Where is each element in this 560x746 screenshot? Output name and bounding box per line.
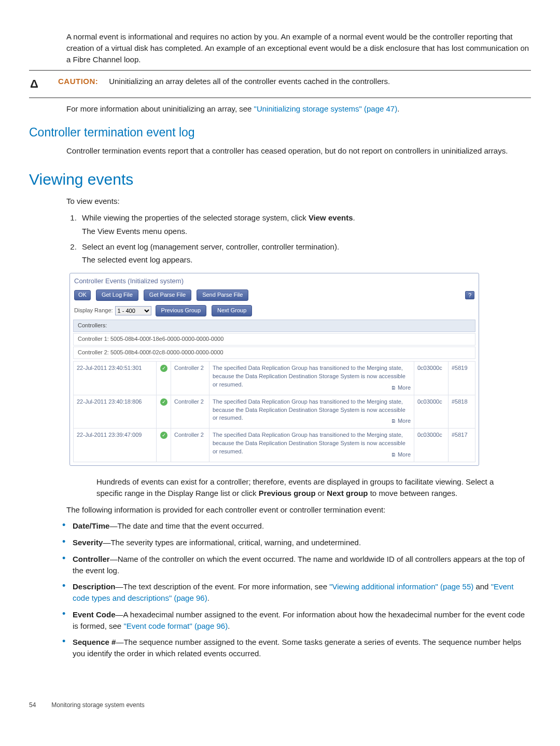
- viewing-events-heading: Viewing events: [29, 168, 531, 191]
- range-bar: Display Range: 1 - 400 Previous Group Ne…: [70, 304, 479, 320]
- event-controller: Controller 2: [171, 361, 209, 395]
- range-label: Display Range:: [74, 307, 113, 315]
- controllers-header: Controllers:: [73, 320, 475, 332]
- event-sequence: #5819: [449, 361, 475, 395]
- page-number: 54: [29, 701, 50, 710]
- field-name: Description: [73, 582, 116, 591]
- get-log-button[interactable]: Get Log File: [96, 289, 138, 301]
- next-group-button[interactable]: Next Group: [212, 305, 252, 316]
- table-row: 22-Jul-2011 23:40:51:301 ✓ Controller 2 …: [74, 361, 475, 395]
- field-name: Event Code: [73, 610, 116, 619]
- after-caution: For more information about uninitializin…: [66, 103, 531, 115]
- shot-title: Controller Events (Initialized system): [70, 273, 479, 288]
- next-group-bold: Next group: [327, 489, 368, 498]
- event-code: 0c03000c: [414, 429, 449, 462]
- table-row: 22-Jul-2011 23:39:47:009 ✓ Controller 2 …: [74, 429, 475, 462]
- step-1: While viewing the properties of the sele…: [79, 212, 531, 237]
- viewing-additional-link[interactable]: "Viewing additional information" (page 5…: [329, 582, 473, 591]
- step-2-sub: The selected event log appears.: [82, 254, 531, 266]
- send-parse-button[interactable]: Send Parse File: [197, 289, 248, 301]
- field-desc: —The sequence number assigned to the eve…: [73, 638, 521, 658]
- field-name: Date/Time: [73, 521, 109, 530]
- list-item: Sequence #—The sequence number assigned …: [58, 637, 531, 659]
- controller-2-row: Controller 2: 5005-08b4-000f-02c8-0000-0…: [73, 347, 475, 359]
- ok-icon: ✓: [160, 365, 167, 372]
- ok-icon: ✓: [160, 398, 167, 406]
- steps-list: While viewing the properties of the sele…: [66, 212, 531, 266]
- event-severity: ✓: [157, 395, 171, 429]
- list-intro: The following information is provided fo…: [66, 504, 531, 516]
- event-description: The specified Data Replication Group has…: [209, 361, 414, 395]
- text: .: [207, 593, 209, 602]
- footer-chapter: Monitoring storage system events: [51, 701, 144, 709]
- uninit-link[interactable]: "Uninitializing storage systems" (page 4…: [254, 104, 398, 113]
- field-list: Date/Time—The date and time that the eve…: [58, 520, 531, 659]
- button-bar: OK Get Log File Get Parse File Send Pars…: [70, 288, 479, 304]
- event-controller: Controller 2: [171, 429, 209, 462]
- more-link[interactable]: More: [391, 384, 411, 392]
- prev-group-bold: Previous group: [259, 489, 316, 498]
- field-name: Severity: [73, 538, 103, 547]
- text: .: [397, 104, 399, 113]
- event-datetime: 22-Jul-2011 23:39:47:009: [74, 429, 157, 462]
- event-sequence: #5817: [449, 429, 475, 462]
- text: Select an event log (management server, …: [82, 242, 339, 251]
- field-name: Controller: [73, 555, 110, 563]
- after-shot-para: Hundreds of events can exist for a contr…: [96, 476, 515, 499]
- text: or: [316, 489, 327, 498]
- intro-paragraph: A normal event is informational and requ…: [66, 31, 531, 65]
- event-severity: ✓: [157, 429, 171, 462]
- ok-icon: ✓: [160, 432, 167, 439]
- list-item: Description—The text description of the …: [58, 581, 531, 604]
- controller-termination-body: Controller termination events report tha…: [66, 145, 531, 157]
- caution-label: CAUTION:: [58, 77, 98, 86]
- caution-block: Δ CAUTION: Uninitializing an array delet…: [29, 70, 531, 98]
- event-controller: Controller 2: [171, 395, 209, 429]
- step-1-sub: The View Events menu opens.: [82, 226, 531, 237]
- event-description: The specified Data Replication Group has…: [209, 429, 414, 462]
- field-desc: —The severity types are informational, c…: [103, 538, 361, 547]
- view-events-bold: View events: [309, 213, 353, 222]
- text: For more information about uninitializin…: [66, 104, 254, 113]
- field-desc: —Name of the controller on which the eve…: [73, 555, 525, 575]
- get-parse-button[interactable]: Get Parse File: [144, 289, 191, 301]
- event-datetime: 22-Jul-2011 23:40:51:301: [74, 361, 157, 395]
- list-item: Severity—The severity types are informat…: [58, 537, 531, 548]
- caution-text: Uninitializing an array deletes all of t…: [109, 77, 390, 86]
- page-footer: 54 Monitoring storage system events: [29, 701, 531, 710]
- field-name: Sequence #: [73, 638, 116, 646]
- controller-termination-heading: Controller termination event log: [29, 124, 531, 141]
- text: .: [353, 213, 355, 222]
- events-table: 22-Jul-2011 23:40:51:301 ✓ Controller 2 …: [73, 361, 475, 462]
- prev-group-button[interactable]: Previous Group: [156, 305, 206, 316]
- event-code: 0c03000c: [414, 395, 449, 429]
- ok-button[interactable]: OK: [74, 290, 91, 300]
- caution-icon: Δ: [29, 76, 58, 92]
- controller-1-row: Controller 1: 5005-08b4-000f-18e6-0000-0…: [73, 333, 475, 346]
- more-link[interactable]: More: [391, 417, 411, 425]
- event-datetime: 22-Jul-2011 23:40:18:806: [74, 395, 157, 429]
- text: While viewing the properties of the sele…: [82, 213, 309, 222]
- help-icon[interactable]: ?: [465, 291, 474, 299]
- text: —The text description of the event. For …: [116, 582, 330, 591]
- table-row: 22-Jul-2011 23:40:18:806 ✓ Controller 2 …: [74, 395, 475, 429]
- event-code-format-link[interactable]: "Event code format" (page 96): [123, 621, 228, 630]
- events-screenshot: Controller Events (Initialized system) O…: [69, 273, 479, 466]
- viewing-events-intro: To view events:: [66, 196, 531, 207]
- list-item: Controller—Name of the controller on whi…: [58, 554, 531, 576]
- text: to move between ranges.: [368, 489, 458, 498]
- list-item: Event Code—A hexadecimal number assigned…: [58, 609, 531, 632]
- list-item: Date/Time—The date and time that the eve…: [58, 520, 531, 532]
- text: .: [228, 621, 230, 630]
- event-sequence: #5818: [449, 395, 475, 429]
- event-code: 0c03000c: [414, 361, 449, 395]
- event-description: The specified Data Replication Group has…: [209, 395, 414, 429]
- field-desc: —The date and time that the event occurr…: [109, 521, 264, 530]
- range-select[interactable]: 1 - 400: [115, 306, 151, 315]
- more-link[interactable]: More: [391, 451, 411, 459]
- event-severity: ✓: [157, 361, 171, 395]
- text: and: [473, 582, 491, 591]
- step-2: Select an event log (management server, …: [79, 241, 531, 266]
